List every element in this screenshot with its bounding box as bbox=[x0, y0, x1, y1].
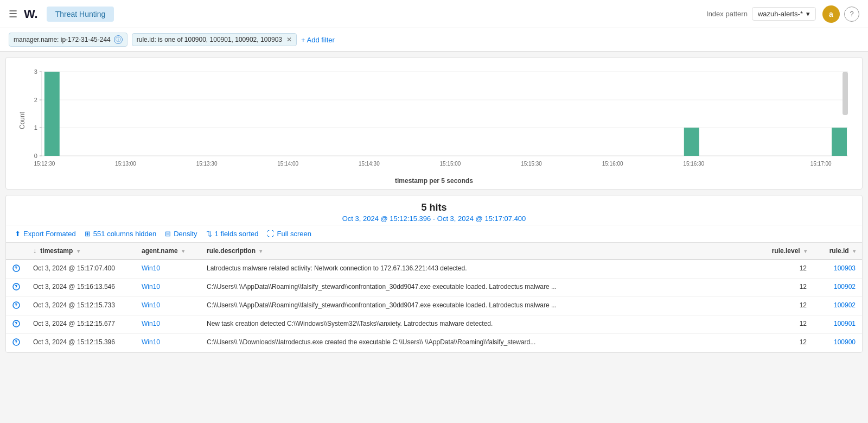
filter-chip-rule[interactable]: rule.id: is one of 100900, 100901, 10090… bbox=[132, 33, 297, 46]
filter-chip-rule-label: rule.id: is one of 100900, 100901, 10090… bbox=[137, 36, 282, 43]
svg-text:1: 1 bbox=[34, 124, 37, 131]
svg-text:15:14:00: 15:14:00 bbox=[277, 161, 298, 167]
results-table: ↓ timestamp ▾ agent.name ▾ rule.descript… bbox=[6, 243, 862, 352]
chevron-desc-icon: ▾ bbox=[259, 248, 262, 254]
sort-desc-icon: ↓ bbox=[33, 247, 36, 255]
svg-text:Count: Count bbox=[18, 111, 26, 129]
expand-cell[interactable] bbox=[6, 334, 27, 352]
agent-link[interactable]: Win10 bbox=[142, 338, 160, 346]
agent-link[interactable]: Win10 bbox=[142, 301, 160, 309]
rule-id-cell[interactable]: 100903 bbox=[813, 260, 862, 279]
agent-link[interactable]: Win10 bbox=[142, 320, 160, 327]
description-cell: New task creation detected C:\\Windows\\… bbox=[200, 315, 765, 334]
add-filter-button[interactable]: + Add filter bbox=[301, 36, 335, 44]
hamburger-menu[interactable]: ☰ bbox=[9, 8, 17, 20]
rule-id-link[interactable]: 100902 bbox=[834, 283, 856, 291]
agent-link[interactable]: Win10 bbox=[142, 264, 160, 272]
svg-text:3: 3 bbox=[34, 68, 37, 75]
fullscreen-button[interactable]: ⛶ Full screen bbox=[267, 230, 311, 238]
columns-hidden[interactable]: ⊞ 551 columns hidden bbox=[85, 230, 156, 238]
columns-hidden-label: 551 columns hidden bbox=[93, 230, 156, 238]
index-pattern-label: Index pattern bbox=[706, 10, 748, 18]
expand-icon[interactable] bbox=[12, 264, 20, 272]
rule-id-link[interactable]: 100903 bbox=[834, 264, 856, 272]
avatar[interactable]: a bbox=[822, 5, 840, 23]
fields-sorted[interactable]: ⇅ 1 fields sorted bbox=[206, 230, 259, 238]
svg-text:0: 0 bbox=[34, 153, 37, 159]
expand-icon[interactable] bbox=[12, 338, 20, 346]
agent-cell[interactable]: Win10 bbox=[135, 279, 200, 297]
expand-icon[interactable] bbox=[12, 320, 20, 327]
agent-cell[interactable]: Win10 bbox=[135, 260, 200, 279]
fields-sorted-label: 1 fields sorted bbox=[215, 230, 259, 238]
filter-bar: manager.name: ip-172-31-45-244 ⓘ rule.id… bbox=[0, 28, 868, 52]
chart-container: Count 0 1 2 3 15:12:30 15:13: bbox=[5, 57, 863, 190]
help-icon[interactable]: ? bbox=[844, 7, 859, 22]
table-row: Oct 3, 2024 @ 15:16:13.546 Win10 C:\\Use… bbox=[6, 279, 862, 297]
x-axis-label: timestamp per 5 seconds bbox=[15, 177, 853, 185]
toolbar: ⬆ Export Formated ⊞ 551 columns hidden ⊟… bbox=[6, 225, 862, 243]
date-start: Oct 3, 2024 @ 15:12:15.396 bbox=[342, 214, 431, 223]
expand-icon[interactable] bbox=[12, 283, 20, 291]
agent-cell[interactable]: Win10 bbox=[135, 297, 200, 315]
svg-point-33 bbox=[16, 306, 16, 307]
agent-link[interactable]: Win10 bbox=[142, 283, 160, 291]
col-timestamp-header[interactable]: ↓ timestamp ▾ bbox=[27, 243, 135, 260]
rule-id-link[interactable]: 100901 bbox=[834, 320, 856, 327]
chevron-agent-icon: ▾ bbox=[182, 248, 184, 254]
results-container: 5 hits Oct 3, 2024 @ 15:12:15.396 - Oct … bbox=[5, 195, 863, 353]
expand-cell[interactable] bbox=[6, 315, 27, 334]
filter-chip-manager[interactable]: manager.name: ip-172-31-45-244 ⓘ bbox=[9, 33, 127, 47]
density-button[interactable]: ⊟ Density bbox=[165, 230, 197, 238]
timestamp-cell: Oct 3, 2024 @ 15:12:15.733 bbox=[27, 297, 135, 315]
table-header-row: ↓ timestamp ▾ agent.name ▾ rule.descript… bbox=[6, 243, 862, 260]
filter-close-icon[interactable]: ✕ bbox=[286, 36, 292, 43]
description-cell: C:\\Users\\ \\Downloads\\latrodectus.exe… bbox=[200, 334, 765, 352]
agent-cell[interactable]: Win10 bbox=[135, 334, 200, 352]
svg-point-37 bbox=[16, 343, 16, 344]
expand-icon[interactable] bbox=[12, 301, 20, 309]
svg-point-35 bbox=[16, 325, 16, 325]
rule-id-cell[interactable]: 100901 bbox=[813, 315, 862, 334]
expand-cell[interactable] bbox=[6, 279, 27, 297]
svg-text:15:14:30: 15:14:30 bbox=[359, 161, 380, 167]
agent-cell[interactable]: Win10 bbox=[135, 315, 200, 334]
results-header: 5 hits Oct 3, 2024 @ 15:12:15.396 - Oct … bbox=[6, 195, 862, 225]
rule-level-cell: 12 bbox=[765, 260, 813, 279]
filter-chip-manager-label: manager.name: ip-172-31-45-244 bbox=[14, 36, 111, 43]
export-icon: ⬆ bbox=[15, 230, 21, 238]
app-header: ☰ W. Threat Hunting Index pattern wazuh-… bbox=[0, 0, 868, 28]
rule-id-link[interactable]: 100900 bbox=[834, 338, 856, 346]
col-agent-header[interactable]: agent.name ▾ bbox=[135, 243, 200, 260]
export-button[interactable]: ⬆ Export Formated bbox=[15, 230, 76, 238]
table-row: Oct 3, 2024 @ 15:12:15.733 Win10 C:\\Use… bbox=[6, 297, 862, 315]
svg-text:15:15:00: 15:15:00 bbox=[440, 161, 461, 167]
col-ruleid-header[interactable]: rule.id ▾ bbox=[813, 243, 862, 260]
hits-count: 5 hits bbox=[15, 202, 853, 213]
col-level-header[interactable]: rule.level ▾ bbox=[765, 243, 813, 260]
svg-rect-14 bbox=[44, 72, 60, 156]
rule-id-cell[interactable]: 100902 bbox=[813, 297, 862, 315]
chevron-timestamp-icon: ▾ bbox=[77, 248, 80, 254]
svg-text:15:12:30: 15:12:30 bbox=[34, 161, 55, 167]
expand-cell[interactable] bbox=[6, 260, 27, 279]
filter-info-icon[interactable]: ⓘ bbox=[114, 35, 123, 44]
fullscreen-icon: ⛶ bbox=[267, 230, 274, 238]
svg-text:15:13:30: 15:13:30 bbox=[196, 161, 218, 167]
timestamp-cell: Oct 3, 2024 @ 15:17:07.400 bbox=[27, 260, 135, 279]
rule-id-link[interactable]: 100902 bbox=[834, 301, 856, 309]
rule-id-cell[interactable]: 100900 bbox=[813, 334, 862, 352]
rule-level-cell: 12 bbox=[765, 315, 813, 334]
expand-cell[interactable] bbox=[6, 297, 27, 315]
rule-id-cell[interactable]: 100902 bbox=[813, 279, 862, 297]
svg-text:2: 2 bbox=[34, 97, 37, 103]
chevron-level-icon: ▾ bbox=[804, 248, 807, 254]
index-pattern-select[interactable]: wazuh-alerts-* ▾ bbox=[752, 7, 816, 21]
col-desc-header[interactable]: rule.description ▾ bbox=[200, 243, 765, 260]
date-separator: - bbox=[433, 214, 437, 223]
ruleid-header-label: rule.id bbox=[829, 247, 849, 255]
description-cell: Latrodectus malware related activity: Ne… bbox=[200, 260, 765, 279]
svg-rect-27 bbox=[843, 72, 848, 115]
svg-point-31 bbox=[16, 288, 16, 288]
description-cell: C:\\Users\\ \\AppData\\Roaming\\falsify_… bbox=[200, 279, 765, 297]
